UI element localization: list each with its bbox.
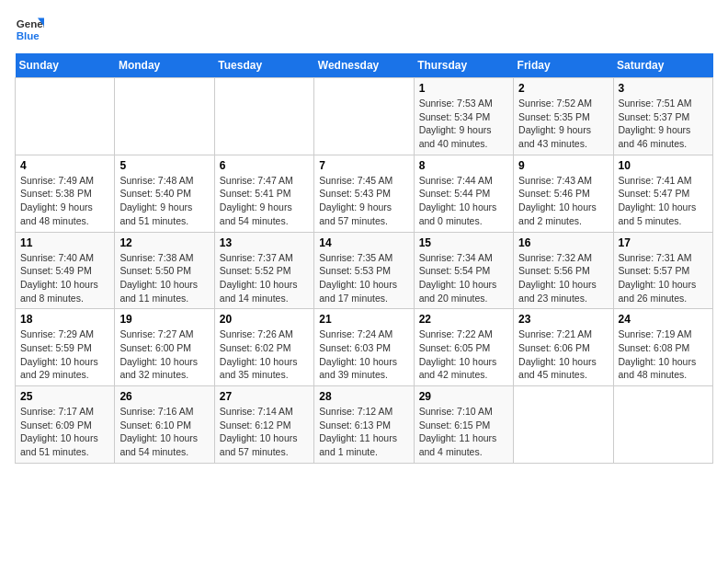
calendar-cell: 17Sunrise: 7:31 AM Sunset: 5:57 PM Dayli… [613,232,712,309]
day-number: 14 [319,236,408,249]
day-number: 4 [20,159,109,172]
day-number: 3 [619,82,708,95]
day-info: Sunrise: 7:16 AM Sunset: 6:10 PM Dayligh… [119,405,209,459]
day-number: 9 [518,159,608,172]
calendar-cell: 21Sunrise: 7:24 AM Sunset: 6:03 PM Dayli… [314,309,414,386]
day-number: 27 [220,390,309,403]
calendar-cell: 11Sunrise: 7:40 AM Sunset: 5:49 PM Dayli… [16,232,115,309]
day-number: 15 [419,236,508,249]
day-info: Sunrise: 7:26 AM Sunset: 6:02 PM Dayligh… [220,327,309,382]
calendar-cell: 12Sunrise: 7:38 AM Sunset: 5:50 PM Dayli… [115,232,214,309]
day-info: Sunrise: 7:34 AM Sunset: 5:54 PM Dayligh… [419,251,508,305]
day-number: 6 [220,159,309,172]
calendar-cell: 27Sunrise: 7:14 AM Sunset: 6:12 PM Dayli… [214,386,313,464]
calendar-cell: 8Sunrise: 7:44 AM Sunset: 5:44 PM Daylig… [414,155,513,232]
svg-text:Blue: Blue [17,30,40,41]
calendar-cell: 2Sunrise: 7:52 AM Sunset: 5:35 PM Daylig… [514,78,613,155]
day-info: Sunrise: 7:44 AM Sunset: 5:44 PM Dayligh… [419,174,508,228]
calendar-cell: 10Sunrise: 7:41 AM Sunset: 5:47 PM Dayli… [613,155,712,232]
calendar-cell [613,386,712,464]
day-info: Sunrise: 7:38 AM Sunset: 5:50 PM Dayligh… [119,251,209,305]
day-info: Sunrise: 7:51 AM Sunset: 5:37 PM Dayligh… [619,97,708,151]
calendar-cell [115,78,214,155]
calendar-cell [16,78,115,155]
day-info: Sunrise: 7:14 AM Sunset: 6:12 PM Dayligh… [220,405,309,459]
calendar-cell: 9Sunrise: 7:43 AM Sunset: 5:46 PM Daylig… [514,155,613,232]
day-info: Sunrise: 7:41 AM Sunset: 5:47 PM Dayligh… [619,174,708,228]
day-number: 24 [619,313,708,326]
day-number: 23 [518,313,608,326]
day-number: 25 [20,390,109,403]
day-number: 22 [419,313,508,326]
day-info: Sunrise: 7:52 AM Sunset: 5:35 PM Dayligh… [518,97,608,151]
day-info: Sunrise: 7:12 AM Sunset: 6:13 PM Dayligh… [319,405,408,459]
day-number: 20 [220,313,309,326]
calendar-cell: 3Sunrise: 7:51 AM Sunset: 5:37 PM Daylig… [613,78,712,155]
calendar-week-1: 4Sunrise: 7:49 AM Sunset: 5:38 PM Daylig… [16,155,713,232]
calendar-cell: 23Sunrise: 7:21 AM Sunset: 6:06 PM Dayli… [514,309,613,386]
calendar-cell: 5Sunrise: 7:48 AM Sunset: 5:40 PM Daylig… [115,155,214,232]
day-info: Sunrise: 7:29 AM Sunset: 5:59 PM Dayligh… [20,327,109,382]
day-info: Sunrise: 7:53 AM Sunset: 5:34 PM Dayligh… [419,97,508,151]
calendar-body: 1Sunrise: 7:53 AM Sunset: 5:34 PM Daylig… [16,78,713,464]
day-number: 13 [220,236,309,249]
day-info: Sunrise: 7:47 AM Sunset: 5:41 PM Dayligh… [220,174,309,228]
calendar-week-4: 25Sunrise: 7:17 AM Sunset: 6:09 PM Dayli… [16,386,713,464]
day-number: 12 [119,236,209,249]
col-header-wednesday: Wednesday [314,53,414,78]
day-number: 1 [419,82,508,95]
calendar-cell: 19Sunrise: 7:27 AM Sunset: 6:00 PM Dayli… [115,309,214,386]
day-number: 8 [419,159,508,172]
calendar-cell: 29Sunrise: 7:10 AM Sunset: 6:15 PM Dayli… [414,386,513,464]
day-number: 28 [319,390,408,403]
calendar-cell: 15Sunrise: 7:34 AM Sunset: 5:54 PM Dayli… [414,232,513,309]
calendar-cell: 25Sunrise: 7:17 AM Sunset: 6:09 PM Dayli… [16,386,115,464]
day-info: Sunrise: 7:17 AM Sunset: 6:09 PM Dayligh… [20,405,109,459]
calendar-header: SundayMondayTuesdayWednesdayThursdayFrid… [16,53,713,78]
calendar-week-3: 18Sunrise: 7:29 AM Sunset: 5:59 PM Dayli… [16,309,713,386]
day-number: 16 [518,236,608,249]
calendar-week-0: 1Sunrise: 7:53 AM Sunset: 5:34 PM Daylig… [16,78,713,155]
calendar-cell: 14Sunrise: 7:35 AM Sunset: 5:53 PM Dayli… [314,232,414,309]
day-info: Sunrise: 7:27 AM Sunset: 6:00 PM Dayligh… [119,327,209,382]
day-number: 2 [518,82,608,95]
day-number: 29 [419,390,508,403]
day-info: Sunrise: 7:35 AM Sunset: 5:53 PM Dayligh… [319,251,408,305]
calendar-table: SundayMondayTuesdayWednesdayThursdayFrid… [15,53,713,464]
calendar-cell: 24Sunrise: 7:19 AM Sunset: 6:08 PM Dayli… [613,309,712,386]
calendar-cell: 18Sunrise: 7:29 AM Sunset: 5:59 PM Dayli… [16,309,115,386]
calendar-cell: 1Sunrise: 7:53 AM Sunset: 5:34 PM Daylig… [414,78,513,155]
logo-icon: General Blue [15,15,44,44]
calendar-cell: 4Sunrise: 7:49 AM Sunset: 5:38 PM Daylig… [16,155,115,232]
day-number: 7 [319,159,408,172]
col-header-saturday: Saturday [613,53,712,78]
col-header-tuesday: Tuesday [214,53,313,78]
logo: General Blue [15,15,44,44]
calendar-cell: 6Sunrise: 7:47 AM Sunset: 5:41 PM Daylig… [214,155,313,232]
day-info: Sunrise: 7:48 AM Sunset: 5:40 PM Dayligh… [119,174,209,228]
col-header-friday: Friday [514,53,613,78]
day-info: Sunrise: 7:24 AM Sunset: 6:03 PM Dayligh… [319,327,408,382]
calendar-cell: 26Sunrise: 7:16 AM Sunset: 6:10 PM Dayli… [115,386,214,464]
day-number: 18 [20,313,109,326]
day-info: Sunrise: 7:40 AM Sunset: 5:49 PM Dayligh… [20,251,109,305]
calendar-cell: 16Sunrise: 7:32 AM Sunset: 5:56 PM Dayli… [514,232,613,309]
calendar-cell: 20Sunrise: 7:26 AM Sunset: 6:02 PM Dayli… [214,309,313,386]
day-info: Sunrise: 7:49 AM Sunset: 5:38 PM Dayligh… [20,174,109,228]
calendar-cell: 13Sunrise: 7:37 AM Sunset: 5:52 PM Dayli… [214,232,313,309]
calendar-cell [214,78,313,155]
day-info: Sunrise: 7:32 AM Sunset: 5:56 PM Dayligh… [518,251,608,305]
col-header-thursday: Thursday [414,53,513,78]
day-number: 5 [119,159,209,172]
calendar-cell: 22Sunrise: 7:22 AM Sunset: 6:05 PM Dayli… [414,309,513,386]
calendar-cell [314,78,414,155]
calendar-week-2: 11Sunrise: 7:40 AM Sunset: 5:49 PM Dayli… [16,232,713,309]
day-info: Sunrise: 7:19 AM Sunset: 6:08 PM Dayligh… [619,327,708,382]
day-info: Sunrise: 7:45 AM Sunset: 5:43 PM Dayligh… [319,174,408,228]
day-info: Sunrise: 7:10 AM Sunset: 6:15 PM Dayligh… [419,405,508,459]
col-header-monday: Monday [115,53,214,78]
day-info: Sunrise: 7:22 AM Sunset: 6:05 PM Dayligh… [419,327,508,382]
calendar-cell [514,386,613,464]
day-number: 26 [119,390,209,403]
page-header: General Blue [15,15,713,44]
